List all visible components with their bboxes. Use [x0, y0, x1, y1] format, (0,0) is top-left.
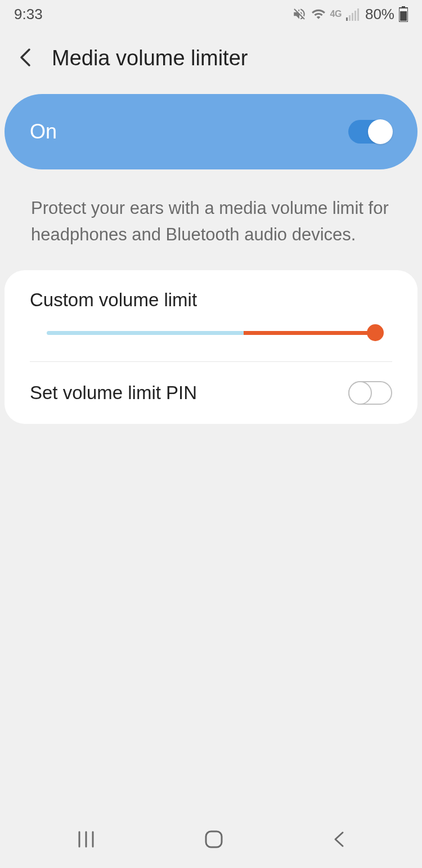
custom-volume-section: Custom volume limit	[5, 270, 417, 361]
slider-thumb[interactable]	[367, 324, 384, 341]
master-toggle-label: On	[30, 120, 57, 144]
chevron-left-icon	[333, 831, 345, 848]
svg-rect-3	[354, 11, 356, 21]
chevron-left-icon	[18, 47, 34, 68]
volume-slider[interactable]	[47, 324, 375, 341]
mute-icon	[292, 7, 307, 21]
network-label: 4G	[330, 9, 342, 19]
status-time: 9:33	[14, 6, 43, 23]
back-button[interactable]	[16, 45, 36, 71]
status-bar: 9:33 4G 80%	[0, 0, 422, 28]
svg-rect-7	[400, 11, 407, 21]
pin-toggle-label: Set volume limit PIN	[30, 382, 197, 404]
feature-description: Protect your ears with a media volume li…	[0, 169, 422, 270]
recents-icon	[77, 831, 95, 848]
home-icon	[204, 830, 223, 849]
home-button[interactable]	[182, 824, 246, 856]
master-toggle-card[interactable]: On	[5, 94, 417, 169]
settings-card: Custom volume limit Set volume limit PIN	[5, 270, 417, 424]
navigation-bar	[0, 823, 422, 868]
svg-rect-11	[206, 831, 222, 847]
master-toggle-switch[interactable]	[348, 120, 392, 144]
pin-toggle-row[interactable]: Set volume limit PIN	[5, 362, 417, 424]
svg-rect-0	[346, 17, 348, 21]
signal-icon	[346, 7, 361, 21]
slider-track-safe	[47, 331, 244, 335]
svg-rect-4	[357, 8, 359, 21]
svg-rect-1	[349, 15, 351, 21]
battery-icon	[399, 6, 408, 22]
page-header: Media volume limiter	[0, 28, 422, 94]
wifi-icon	[311, 7, 326, 21]
nav-back-button[interactable]	[310, 825, 367, 855]
svg-rect-2	[352, 13, 353, 21]
status-icons: 4G 80%	[292, 6, 408, 23]
battery-percent: 80%	[365, 6, 394, 23]
pin-toggle-switch[interactable]	[348, 381, 392, 405]
recents-button[interactable]	[55, 825, 118, 855]
custom-volume-title: Custom volume limit	[30, 289, 392, 311]
page-title: Media volume limiter	[52, 46, 248, 70]
slider-track-warn	[244, 331, 375, 335]
